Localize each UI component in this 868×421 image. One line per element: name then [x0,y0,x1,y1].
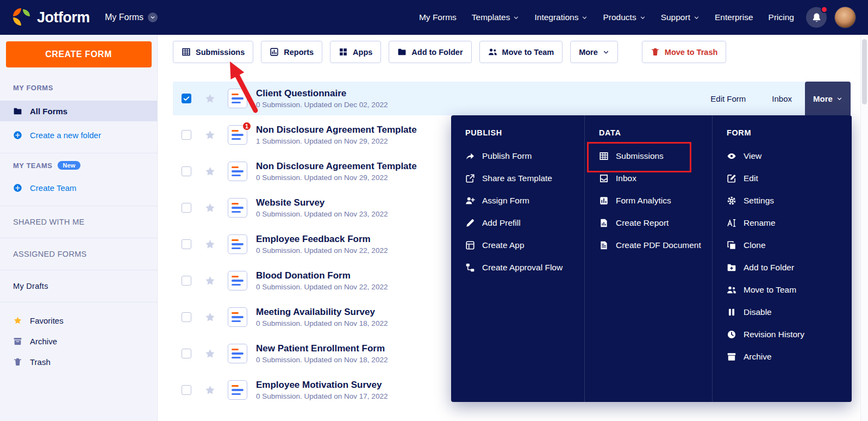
form-title[interactable]: Non Disclosure Agreement Template [256,161,417,172]
row-checkbox[interactable] [182,385,191,395]
menu-item-view[interactable]: View [727,145,852,167]
menu-item-form-analytics[interactable]: Form Analytics [599,189,712,212]
sidebar-item-shared-with-me[interactable]: SHARED WITH ME [0,214,157,230]
menu-item-create-report[interactable]: Create Report [599,212,712,234]
scrollbar-thumb[interactable] [862,39,867,104]
menu-item-revision-history[interactable]: Revision History [727,323,852,345]
menu-item-publish-form[interactable]: Publish Form [465,145,584,167]
menu-item-submissions[interactable]: Submissions [599,145,712,167]
menu-item-settings[interactable]: Settings [727,189,852,212]
star-icon[interactable] [204,312,216,323]
nav-links: My FormsTemplatesIntegrationsProductsSup… [419,13,794,22]
my-teams-header: MY TEAMS New [0,161,157,170]
row-checkbox[interactable] [182,239,191,249]
sidebar-item-favorites[interactable]: Favorites [0,310,157,331]
toolbar-move-to-trash-button[interactable]: Move to Trash [642,41,727,63]
inbox-link[interactable]: Inbox [772,94,792,103]
workspace-switcher[interactable]: My Forms [105,13,158,22]
nav-link-products[interactable]: Products [603,13,645,22]
trash-label: Trash [30,357,51,367]
menu-item-move-to-team[interactable]: Move to Team [727,278,852,301]
scrollbar[interactable] [860,35,868,421]
form-title[interactable]: Non Disclosure Agreement Template [256,125,417,135]
menu-item-create-pdf-document[interactable]: Create PDF Document [599,234,712,256]
star-icon[interactable] [204,166,216,177]
nav-link-enterprise[interactable]: Enterprise [715,13,753,22]
row-checkbox[interactable] [182,349,191,358]
form-title[interactable]: Client Questionnaire [256,88,388,99]
toolbar-apps-button[interactable]: Apps [330,41,381,63]
form-row[interactable]: Client Questionnaire0 Submission. Update… [173,82,851,115]
menu-item-create-approval-flow[interactable]: Create Approval Flow [465,256,584,278]
edit-form-link[interactable]: Edit Form [710,94,746,103]
nav-link-my-forms[interactable]: My Forms [419,13,457,22]
sidebar-item-assigned-forms[interactable]: ASSIGNED FORMS [0,246,157,262]
sidebar: CREATE FORM MY FORMS All Forms Create a … [0,35,158,421]
toolbar-submissions-button[interactable]: Submissions [173,41,253,63]
menu-item-label: Assign Form [482,196,529,206]
nav-link-templates[interactable]: Templates [472,13,520,22]
menu-item-assign-form[interactable]: Assign Form [465,189,584,212]
row-checkbox[interactable] [182,203,191,213]
nav-link-integrations[interactable]: Integrations [534,13,588,22]
row-checkbox[interactable] [182,166,191,176]
nav-link-label: Pricing [769,13,794,22]
sidebar-item-trash[interactable]: Trash [0,351,157,372]
form-icon: 1 [228,125,247,145]
menu-item-rename[interactable]: Rename [727,212,852,234]
star-icon [13,316,22,325]
star-icon[interactable] [204,275,216,287]
notifications-button[interactable] [806,7,827,28]
nav-link-label: Support [661,13,690,22]
sidebar-item-create-team[interactable]: Create Team [0,177,157,198]
sidebar-item-my-drafts[interactable]: My Drafts [0,278,157,294]
menu-item-label: Disable [744,307,772,317]
nav-link-support[interactable]: Support [661,13,700,22]
chevron-down-icon [513,15,519,21]
star-icon[interactable] [204,385,216,396]
my-forms-header: MY FORMS [0,84,157,92]
row-checkbox[interactable] [182,276,191,286]
row-more-button[interactable]: More [805,82,851,115]
sidebar-item-archive[interactable]: Archive [0,331,157,351]
star-icon[interactable] [204,129,216,141]
row-checkbox[interactable] [182,130,191,140]
jotform-logo[interactable]: Jotform [12,8,90,27]
menu-item-clone[interactable]: Clone [727,234,852,256]
star-icon[interactable] [204,348,216,360]
menu-item-edit[interactable]: Edit [727,167,852,189]
form-title[interactable]: Blood Donation Form [256,270,388,281]
toolbar-more-button[interactable]: More [570,41,618,63]
row-checkbox[interactable] [182,94,191,103]
form-title[interactable]: Website Survey [256,197,388,208]
toolbar-reports-button[interactable]: Reports [261,41,322,63]
create-form-button[interactable]: CREATE FORM [6,41,152,67]
menu-item-add-to-folder[interactable]: Add to Folder [727,256,852,278]
form-subtitle: 0 Submission. Updated on Nov 29, 2022 [256,174,417,182]
form-title[interactable]: Employee Feedback Form [256,234,388,245]
star-icon[interactable] [204,239,216,250]
menu-item-inbox[interactable]: Inbox [599,167,712,189]
form-title[interactable]: Meeting Availability Survey [256,307,388,318]
toolbar-move-to-team-button[interactable]: Move to Team [479,41,563,63]
nav-link-pricing[interactable]: Pricing [769,13,794,22]
sidebar-item-create-folder[interactable]: Create a new folder [0,125,157,145]
star-icon[interactable] [204,93,216,104]
form-title[interactable]: New Patient Enrollment Form [256,343,388,354]
sidebar-divider [0,153,157,153]
menu-item-add-prefill[interactable]: Add Prefill [465,212,584,234]
clone-icon [727,240,736,250]
menu-item-label: Publish Form [482,151,532,161]
menu-item-share-as-template[interactable]: Share as Template [465,167,584,189]
form-title[interactable]: Employee Motivation Survey [256,380,388,391]
menu-item-disable[interactable]: Disable [727,301,852,323]
row-checkbox[interactable] [182,312,191,322]
menu-item-archive[interactable]: Archive [727,345,852,368]
nav-link-label: My Forms [419,13,457,22]
toolbar-add-to-folder-button[interactable]: Add to Folder [389,41,471,63]
avatar[interactable] [834,7,856,28]
report-icon [270,47,279,57]
sidebar-item-all-forms[interactable]: All Forms [0,101,157,121]
star-icon[interactable] [204,202,216,214]
menu-item-create-app[interactable]: Create App [465,234,584,256]
